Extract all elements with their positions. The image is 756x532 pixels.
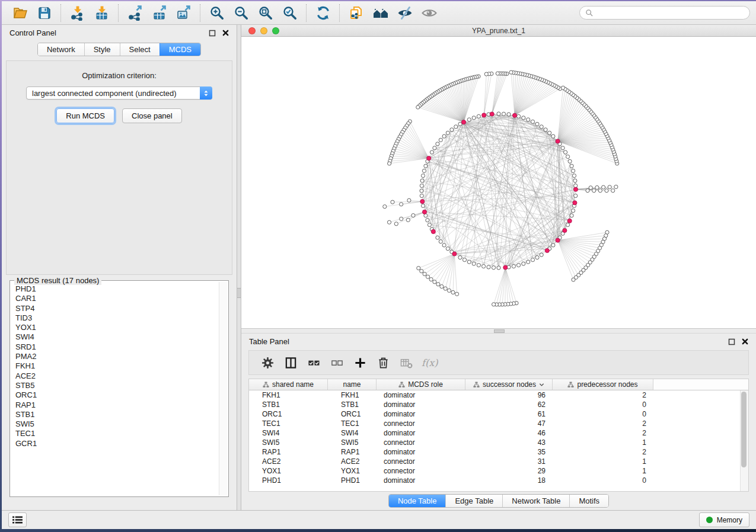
mcds-result-list[interactable]: PHD1CAR1STP4TID3YOX1SWI4SRD1PMA2FKH1ACE2… xyxy=(12,283,218,495)
zoom-out-button[interactable] xyxy=(229,3,253,23)
cell[interactable]: PHD1 xyxy=(328,476,377,485)
cell[interactable]: 2 xyxy=(553,448,653,456)
column-header-successor-nodes[interactable]: successor nodes xyxy=(465,379,553,390)
mcds-result-item[interactable]: SRD1 xyxy=(15,342,218,352)
cell[interactable]: dominator xyxy=(377,400,465,409)
cell[interactable]: 1 xyxy=(553,457,653,466)
zoom-fit-button[interactable] xyxy=(253,3,277,23)
mcds-result-item[interactable]: ACE2 xyxy=(15,371,218,381)
table-scrollbar-thumb[interactable] xyxy=(741,392,747,467)
cell[interactable]: 35 xyxy=(465,448,553,456)
cell[interactable]: 2 xyxy=(553,391,653,399)
minimize-window-icon[interactable] xyxy=(260,27,267,34)
zoom-selected-button[interactable] xyxy=(277,3,302,23)
import-network-button[interactable] xyxy=(65,3,90,23)
cell[interactable]: 0 xyxy=(553,410,653,418)
memory-button[interactable]: Memory xyxy=(699,512,749,527)
table-tab-motifs[interactable]: Motifs xyxy=(569,495,608,507)
mcds-result-item[interactable]: PMA2 xyxy=(15,352,218,361)
cell[interactable]: SWI5 xyxy=(249,438,328,447)
cell[interactable]: STB1 xyxy=(328,400,377,409)
cell[interactable]: 43 xyxy=(465,438,553,447)
cell[interactable]: 61 xyxy=(465,410,553,418)
cell[interactable]: RAP1 xyxy=(328,448,377,456)
horizontal-splitter[interactable] xyxy=(241,328,756,334)
cell[interactable]: RAP1 xyxy=(249,448,328,456)
mcds-result-item[interactable]: STP4 xyxy=(15,304,218,313)
table-row-ACE2[interactable]: ACE2ACE2connector311 xyxy=(249,457,748,466)
export-table-button[interactable] xyxy=(147,3,171,23)
float-table-panel-icon[interactable] xyxy=(728,338,735,345)
mcds-result-item[interactable]: TEC1 xyxy=(15,429,218,438)
mcds-result-item[interactable]: STB1 xyxy=(15,410,218,419)
save-session-button[interactable] xyxy=(32,3,56,23)
horizontal-splitter-handle[interactable] xyxy=(494,329,505,333)
cell[interactable]: connector xyxy=(377,467,465,475)
cell[interactable]: TEC1 xyxy=(328,419,377,428)
mcds-result-item[interactable]: GCR1 xyxy=(15,439,218,448)
cell[interactable]: YOX1 xyxy=(249,467,328,475)
cell[interactable]: ORC1 xyxy=(328,410,377,418)
run-mcds-button[interactable]: Run MCDS xyxy=(56,108,114,123)
table-tab-network-table[interactable]: Network Table xyxy=(502,495,569,507)
table-tab-node-table[interactable]: Node Table xyxy=(389,495,446,507)
zoom-in-button[interactable] xyxy=(205,3,229,23)
cell[interactable]: 1 xyxy=(553,438,653,447)
vertical-splitter-handle[interactable] xyxy=(237,288,241,298)
tab-select[interactable]: Select xyxy=(120,43,160,56)
create-column-button[interactable] xyxy=(349,352,372,373)
cell[interactable]: 0 xyxy=(553,400,653,409)
select-all-columns-button[interactable] xyxy=(302,352,326,373)
cell[interactable]: TEC1 xyxy=(249,419,328,428)
mcds-result-item[interactable]: SWI4 xyxy=(15,332,218,342)
deselect-all-columns-button[interactable] xyxy=(326,352,349,373)
mcds-result-item[interactable]: SWI5 xyxy=(15,419,218,429)
cell[interactable]: 47 xyxy=(465,419,553,428)
mcds-result-item[interactable]: FKH1 xyxy=(15,361,218,371)
table-scrollbar[interactable] xyxy=(740,390,748,491)
cell[interactable]: dominator xyxy=(377,448,465,456)
result-scrollbar[interactable] xyxy=(219,282,227,495)
show-columns-button[interactable] xyxy=(279,352,302,373)
cell[interactable]: PHD1 xyxy=(249,476,328,485)
cell[interactable]: 2 xyxy=(553,419,653,428)
table-row-FKH1[interactable]: FKH1FKH1dominator962 xyxy=(249,390,748,400)
cell[interactable]: 62 xyxy=(465,400,553,409)
cell[interactable]: ORC1 xyxy=(249,410,328,418)
close-panel-icon[interactable] xyxy=(222,30,229,36)
show-all-button[interactable] xyxy=(417,3,441,23)
cell[interactable]: dominator xyxy=(377,476,465,485)
mcds-result-item[interactable]: PHD1 xyxy=(15,284,218,294)
cell[interactable]: 1 xyxy=(553,467,653,475)
mcds-result-item[interactable]: RAP1 xyxy=(15,400,218,410)
network-canvas[interactable] xyxy=(241,37,756,328)
table-row-STB1[interactable]: STB1STB1dominator620 xyxy=(249,400,748,409)
import-table-button[interactable] xyxy=(90,3,114,23)
cell[interactable]: 29 xyxy=(465,467,553,475)
cell[interactable]: 18 xyxy=(465,476,553,485)
cell[interactable]: 46 xyxy=(465,429,553,437)
tab-network[interactable]: Network xyxy=(38,43,84,56)
column-header-name[interactable]: name xyxy=(328,379,377,390)
cell[interactable]: SWI4 xyxy=(328,429,377,437)
tab-mcds[interactable]: MCDS xyxy=(160,43,200,56)
cell[interactable]: FKH1 xyxy=(328,391,377,399)
cell[interactable]: SWI5 xyxy=(328,438,377,447)
table-row-RAP1[interactable]: RAP1RAP1dominator352 xyxy=(249,447,748,457)
search-field[interactable] xyxy=(579,6,750,20)
delete-columns-button[interactable] xyxy=(372,352,395,373)
mcds-result-item[interactable]: CAR1 xyxy=(15,294,218,303)
network-window-titlebar[interactable]: YPA_prune.txt_1 xyxy=(241,25,756,37)
cell[interactable]: 31 xyxy=(465,457,553,466)
cell[interactable]: dominator xyxy=(377,410,465,418)
cell[interactable]: STB1 xyxy=(249,400,328,409)
table-row-PHD1[interactable]: PHD1PHD1dominator180 xyxy=(249,476,748,485)
close-table-panel-icon[interactable] xyxy=(742,338,748,345)
float-panel-icon[interactable] xyxy=(209,30,216,37)
cell[interactable]: connector xyxy=(377,457,465,466)
task-history-button[interactable] xyxy=(8,512,27,527)
column-header-shared-name[interactable]: shared name xyxy=(249,379,328,390)
close-panel-button[interactable]: Close panel xyxy=(122,108,182,123)
table-row-YOX1[interactable]: YOX1YOX1connector291 xyxy=(249,466,748,476)
mcds-result-item[interactable]: YOX1 xyxy=(15,323,218,332)
